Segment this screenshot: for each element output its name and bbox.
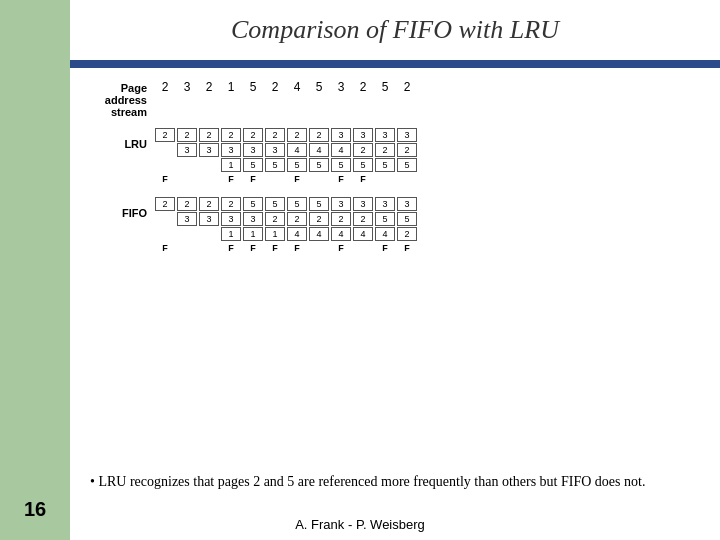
- fault-indicator: [375, 173, 395, 185]
- frame-column: 235: [265, 128, 285, 185]
- frame-column: 325: [397, 128, 417, 185]
- title-area: Comparison of FIFO with LRU: [70, 0, 720, 60]
- frame-cell: 3: [221, 212, 241, 226]
- frame-cell: 1: [243, 227, 263, 241]
- frame-cell: 5: [243, 158, 263, 172]
- frame-cell: 5: [287, 197, 307, 211]
- lru-row: LRU 2F2323231F235F235245F245345F325F3253…: [85, 128, 700, 185]
- fault-indicator: [177, 173, 197, 185]
- bullet-text: LRU recognizes that pages 2 and 5 are re…: [90, 472, 690, 492]
- frame-cell: 4: [375, 227, 395, 241]
- frame-column: 325F: [353, 128, 373, 185]
- fault-indicator: [309, 173, 329, 185]
- frame-cell: 4: [331, 227, 351, 241]
- frame-cell: 5: [265, 197, 285, 211]
- frame-cell: 2: [353, 212, 373, 226]
- frame-cell: 5: [243, 197, 263, 211]
- frame-cell: 5: [265, 158, 285, 172]
- frame-column: 231F: [221, 197, 241, 254]
- frame-cell: 3: [397, 197, 417, 211]
- fifo-frames: 2F2323231F531F521F524F524324F324354F352F: [155, 197, 417, 254]
- slide-number: 16: [0, 487, 70, 532]
- frame-column: 2F: [155, 197, 175, 254]
- frame-cell: 2: [265, 212, 285, 226]
- frame-cell: 2: [397, 143, 417, 157]
- frame-cell: 2: [331, 212, 351, 226]
- frame-cell: 2: [221, 128, 241, 142]
- frame-cell: 5: [397, 212, 417, 226]
- frame-column: 345F: [331, 128, 351, 185]
- frame-cell: 4: [287, 143, 307, 157]
- lru-label: LRU: [85, 128, 155, 150]
- frame-cell: 3: [265, 143, 285, 157]
- frame-column: 352F: [397, 197, 417, 254]
- frame-column: 354F: [375, 197, 395, 254]
- fault-indicator: F: [287, 173, 307, 185]
- frame-cell: 3: [353, 128, 373, 142]
- page-address-row: Page address stream 232152453252: [85, 80, 700, 118]
- frame-cell: 2: [221, 197, 241, 211]
- fault-indicator: [265, 173, 285, 185]
- frame-cell: [199, 227, 219, 241]
- frame-cell: 5: [397, 158, 417, 172]
- frame-cell: 2: [199, 197, 219, 211]
- page-address-label: Page address stream: [85, 80, 155, 118]
- frame-cell: 2: [309, 212, 329, 226]
- fault-indicator: F: [375, 242, 395, 254]
- stream-value: 2: [155, 80, 175, 94]
- slide-container: Comparison of FIFO with LRU Page address…: [0, 0, 720, 540]
- footer-credit: A. Frank - P. Weisberg: [295, 517, 425, 532]
- frame-cell: 2: [287, 212, 307, 226]
- fault-indicator: [199, 242, 219, 254]
- footer: 16 A. Frank - P. Weisberg: [0, 517, 720, 532]
- stream-value: 5: [243, 80, 263, 94]
- comparison-diagram: Page address stream 232152453252 LRU 2F2…: [85, 80, 700, 254]
- frame-column: 524F: [287, 197, 307, 254]
- frame-cell: 2: [199, 128, 219, 142]
- frame-cell: 3: [199, 143, 219, 157]
- frame-cell: 2: [155, 128, 175, 142]
- lru-frames: 2F2323231F235F235245F245345F325F325325: [155, 128, 417, 185]
- frame-cell: 2: [177, 128, 197, 142]
- stream-value: 2: [397, 80, 417, 94]
- fault-indicator: F: [331, 173, 351, 185]
- frame-cell: 3: [375, 197, 395, 211]
- fault-indicator: [309, 242, 329, 254]
- frame-cell: 4: [353, 227, 373, 241]
- frame-column: 23: [199, 197, 219, 254]
- stream-value: 5: [375, 80, 395, 94]
- stream-value: 3: [177, 80, 197, 94]
- fifo-label: FIFO: [85, 197, 155, 219]
- left-accent-bar: [0, 0, 70, 540]
- frame-cell: 5: [287, 158, 307, 172]
- frame-cell: 3: [199, 212, 219, 226]
- stream-value: 2: [199, 80, 219, 94]
- frame-cell: 3: [331, 197, 351, 211]
- frame-cell: 5: [353, 158, 373, 172]
- frame-cell: 3: [353, 197, 373, 211]
- slide-title: Comparison of FIFO with LRU: [231, 15, 559, 45]
- frame-column: 531F: [243, 197, 263, 254]
- frame-cell: 2: [375, 143, 395, 157]
- frame-column: 521F: [265, 197, 285, 254]
- content-area: Page address stream 232152453252 LRU 2F2…: [70, 75, 720, 490]
- fault-indicator: [177, 242, 197, 254]
- fault-indicator: F: [221, 173, 241, 185]
- frame-column: 231F: [221, 128, 241, 185]
- frame-column: 324: [353, 197, 373, 254]
- frame-cell: 5: [375, 158, 395, 172]
- frame-cell: 5: [375, 212, 395, 226]
- frame-cell: 5: [331, 158, 351, 172]
- fault-indicator: F: [155, 242, 175, 254]
- frame-cell: 3: [331, 128, 351, 142]
- frame-cell: 1: [221, 158, 241, 172]
- title-divider: [70, 60, 720, 68]
- frame-cell: 3: [177, 212, 197, 226]
- frame-column: 23: [177, 128, 197, 185]
- frame-cell: 2: [287, 128, 307, 142]
- fault-indicator: [353, 242, 373, 254]
- frame-column: 324F: [331, 197, 351, 254]
- frame-cell: 4: [309, 227, 329, 241]
- frame-column: 245: [309, 128, 329, 185]
- frame-cell: 3: [177, 143, 197, 157]
